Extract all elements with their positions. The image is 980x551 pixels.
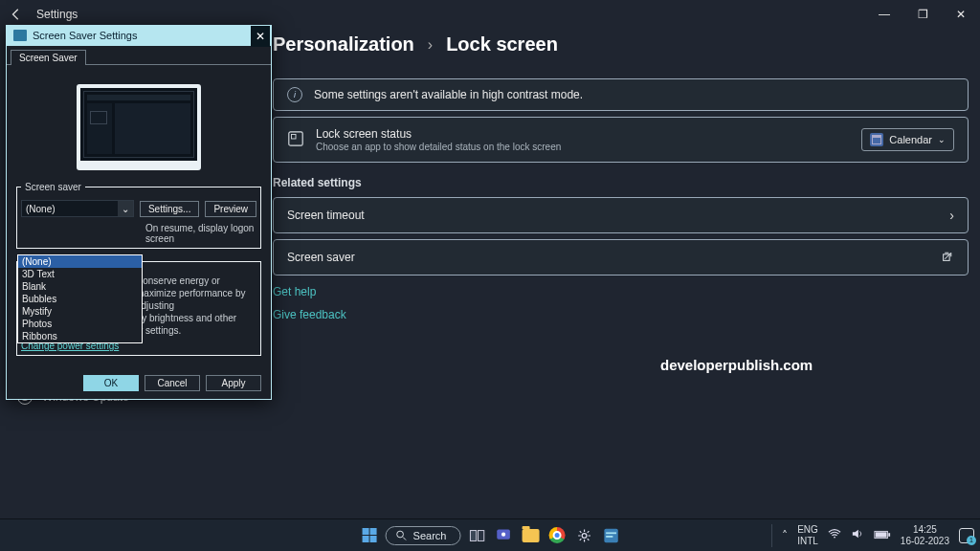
svg-rect-1 bbox=[292, 134, 297, 139]
wifi-icon[interactable] bbox=[828, 528, 841, 542]
apply-button[interactable]: Apply bbox=[206, 375, 261, 391]
screen-saver-row[interactable]: Screen saver bbox=[273, 239, 969, 276]
breadcrumb: Personalization › Lock screen bbox=[273, 33, 969, 55]
breadcrumb-parent[interactable]: Personalization bbox=[273, 33, 414, 55]
lock-status-sub: Choose an app to show detailed status on… bbox=[316, 142, 850, 152]
lock-status-icon bbox=[287, 130, 304, 150]
screen-saver-label: Screen saver bbox=[287, 251, 930, 264]
svg-rect-11 bbox=[606, 532, 616, 534]
dropdown-option[interactable]: Ribbons bbox=[18, 330, 142, 342]
open-external-icon bbox=[942, 250, 954, 265]
notif-badge: 1 bbox=[967, 536, 976, 545]
info-icon: i bbox=[287, 87, 302, 102]
screensaver-combobox[interactable]: (None) ⌄ bbox=[21, 200, 134, 217]
chevron-right-icon: › bbox=[428, 36, 433, 54]
svg-rect-12 bbox=[606, 536, 612, 538]
svg-point-8 bbox=[501, 533, 505, 537]
notice-text: Some settings aren't available in high c… bbox=[314, 88, 954, 101]
svg-point-3 bbox=[397, 531, 404, 538]
chrome-button[interactable] bbox=[546, 525, 568, 546]
svg-point-13 bbox=[834, 537, 835, 539]
preview-button[interactable]: Preview bbox=[205, 201, 256, 217]
notification-button[interactable]: 1 bbox=[959, 528, 974, 543]
svg-rect-16 bbox=[876, 532, 887, 537]
dialog-title: Screen Saver Settings bbox=[33, 30, 137, 41]
related-heading: Related settings bbox=[273, 176, 969, 189]
lock-status-row[interactable]: Lock screen status Choose an app to show… bbox=[273, 117, 969, 163]
app-button[interactable] bbox=[600, 525, 621, 546]
screensaver-dropdown-list: (None)3D TextBlankBubblesMystifyPhotosRi… bbox=[17, 254, 143, 343]
dropdown-option[interactable]: Bubbles bbox=[18, 293, 142, 305]
chevron-down-icon: ⌄ bbox=[118, 201, 133, 216]
start-button[interactable] bbox=[359, 525, 380, 546]
dropdown-option[interactable]: Mystify bbox=[18, 305, 142, 318]
fieldset-legend: Screen saver bbox=[21, 182, 85, 192]
maximize-button[interactable]: ❐ bbox=[903, 0, 942, 29]
close-button[interactable]: ✕ bbox=[942, 0, 980, 29]
calendar-icon bbox=[870, 133, 883, 146]
screen-timeout-row[interactable]: Screen timeout › bbox=[273, 197, 969, 233]
window-controls: — ❐ ✕ bbox=[865, 0, 980, 29]
svg-rect-5 bbox=[470, 530, 476, 540]
screensaver-fieldset: Screen saver (None) ⌄ Settings... Previe… bbox=[16, 182, 261, 249]
svg-point-9 bbox=[582, 533, 587, 538]
dropdown-option[interactable]: 3D Text bbox=[18, 268, 142, 280]
svg-rect-6 bbox=[478, 530, 483, 540]
screensaver-preview bbox=[77, 84, 201, 170]
give-feedback-link[interactable]: Give feedback bbox=[273, 308, 969, 321]
date: 16-02-2023 bbox=[901, 536, 949, 547]
explorer-button[interactable] bbox=[520, 525, 541, 546]
resume-checkbox-label[interactable]: On resume, display logon screen bbox=[21, 223, 256, 244]
settings-button[interactable]: Settings... bbox=[140, 201, 199, 217]
screensaver-dialog: Screen Saver Settings ✕ Screen Saver Scr… bbox=[6, 25, 272, 400]
back-button[interactable] bbox=[6, 4, 27, 25]
lock-status-title: Lock screen status bbox=[316, 127, 850, 141]
app-title: Settings bbox=[36, 8, 78, 21]
dialog-buttons: OK Cancel Apply bbox=[7, 369, 271, 399]
notice-banner: i Some settings aren't available in high… bbox=[273, 78, 969, 111]
watermark: developerpublish.com bbox=[660, 357, 813, 373]
clock[interactable]: 14:25 16-02-2023 bbox=[901, 524, 949, 546]
tray-chevron-icon[interactable]: ˄ bbox=[782, 529, 788, 542]
chevron-right-icon: › bbox=[949, 208, 954, 223]
cancel-button[interactable]: Cancel bbox=[145, 375, 200, 391]
taskbar-right: ˄ ENG INTL 14:25 16-02-2023 1 bbox=[771, 524, 974, 547]
screen-timeout-label: Screen timeout bbox=[287, 209, 938, 222]
taskbar: Search ˄ ENG INTL 14:25 16-02-2023 1 bbox=[0, 518, 980, 551]
dropdown-option[interactable]: Blank bbox=[18, 280, 142, 293]
dropdown-option[interactable]: (None) bbox=[18, 255, 142, 268]
battery-icon[interactable] bbox=[874, 529, 891, 542]
svg-rect-15 bbox=[888, 533, 890, 537]
dialog-close-button[interactable]: ✕ bbox=[251, 26, 270, 47]
lang-line1: ENG bbox=[797, 524, 818, 536]
tab-screensaver[interactable]: Screen Saver bbox=[11, 50, 86, 65]
volume-icon[interactable] bbox=[851, 528, 864, 542]
taskbar-center: Search bbox=[359, 525, 622, 546]
settings-button[interactable] bbox=[573, 525, 594, 546]
search-label: Search bbox=[413, 530, 447, 541]
taskbar-search[interactable]: Search bbox=[386, 526, 461, 545]
combobox-value: (None) bbox=[26, 204, 56, 214]
get-help-link[interactable]: Get help bbox=[273, 285, 969, 298]
calendar-label: Calendar bbox=[889, 134, 932, 145]
chevron-down-icon: ⌄ bbox=[938, 135, 946, 144]
svg-line-4 bbox=[403, 537, 406, 540]
dialog-icon bbox=[13, 30, 27, 41]
lock-status-text: Lock screen status Choose an app to show… bbox=[316, 127, 850, 152]
ok-button[interactable]: OK bbox=[83, 375, 139, 391]
time: 14:25 bbox=[901, 524, 949, 536]
dialog-titlebar[interactable]: Screen Saver Settings ✕ bbox=[7, 25, 271, 46]
calendar-dropdown[interactable]: Calendar ⌄ bbox=[861, 128, 954, 151]
task-view-button[interactable] bbox=[466, 525, 487, 546]
lang-line2: INTL bbox=[797, 536, 818, 547]
language-indicator[interactable]: ENG INTL bbox=[797, 524, 818, 546]
main-content: Personalization › Lock screen i Some set… bbox=[273, 33, 969, 321]
chat-button[interactable] bbox=[493, 525, 514, 546]
minimize-button[interactable]: — bbox=[865, 0, 903, 29]
breadcrumb-current: Lock screen bbox=[446, 33, 558, 55]
dropdown-option[interactable]: Photos bbox=[18, 318, 142, 330]
